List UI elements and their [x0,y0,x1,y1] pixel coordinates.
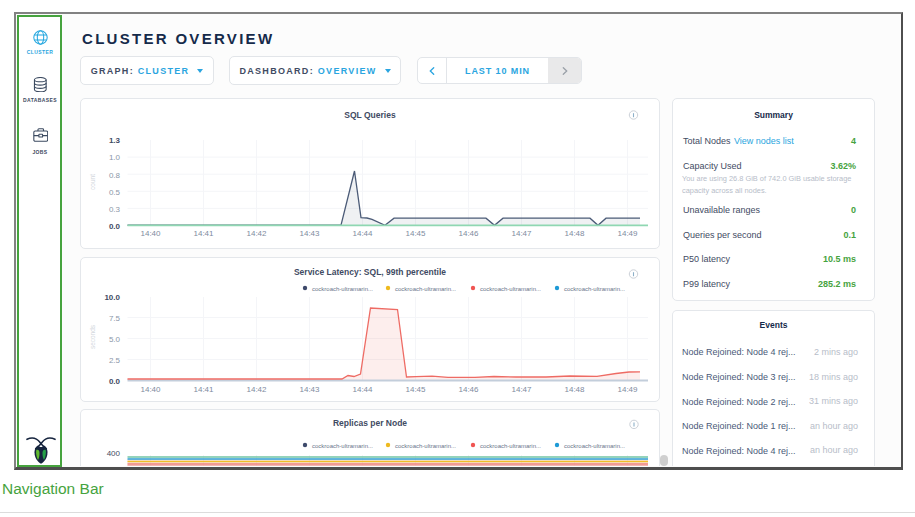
svg-text:0.0: 0.0 [109,222,121,231]
svg-text:10.0: 10.0 [104,293,120,302]
svg-text:0.0: 0.0 [109,377,121,386]
svg-text:14:41: 14:41 [193,229,214,238]
svg-text:14:42: 14:42 [246,229,267,238]
svg-text:0.5: 0.5 [109,188,121,197]
svg-text:0.3: 0.3 [109,205,121,214]
svg-text:1.0: 1.0 [109,153,121,162]
svg-text:cockroach-ultramarin...: cockroach-ultramarin... [480,443,541,449]
svg-text:14:43: 14:43 [299,229,320,238]
svg-text:14:49: 14:49 [617,229,638,238]
svg-text:14:42: 14:42 [246,385,267,394]
svg-text:14:44: 14:44 [352,385,373,394]
svg-text:7.5: 7.5 [109,314,121,323]
svg-text:1.3: 1.3 [109,136,121,145]
svg-text:0.8: 0.8 [109,171,121,180]
svg-text:14:40: 14:40 [140,229,161,238]
svg-text:14:45: 14:45 [405,229,426,238]
svg-text:cockroach-ultramarin...: cockroach-ultramarin... [312,443,373,449]
svg-text:cockroach-ultramarin...: cockroach-ultramarin... [395,443,456,449]
svg-text:cockroach-ultramarin...: cockroach-ultramarin... [312,286,373,292]
svg-text:cockroach-ultramarin...: cockroach-ultramarin... [395,286,456,292]
svg-text:cockroach-ultramarin...: cockroach-ultramarin... [564,443,625,449]
svg-text:400: 400 [107,449,121,458]
svg-text:Service Latency: SQL, 99th per: Service Latency: SQL, 99th percentile [294,267,446,277]
svg-text:cockroach-ultramarin...: cockroach-ultramarin... [564,286,625,292]
svg-text:SQL Queries: SQL Queries [344,110,396,120]
svg-text:14:49: 14:49 [617,385,638,394]
svg-text:14:47: 14:47 [511,385,532,394]
svg-text:14:48: 14:48 [564,385,585,394]
svg-text:14:46: 14:46 [458,385,479,394]
svg-text:14:41: 14:41 [193,385,214,394]
svg-text:cockroach-ultramarin...: cockroach-ultramarin... [480,286,541,292]
svg-text:14:46: 14:46 [458,229,479,238]
svg-text:14:43: 14:43 [299,385,320,394]
svg-text:14:47: 14:47 [511,229,532,238]
svg-text:count: count [89,174,96,190]
svg-text:2.5: 2.5 [109,356,121,365]
svg-text:14:44: 14:44 [352,229,373,238]
svg-text:14:45: 14:45 [405,385,426,394]
svg-text:14:40: 14:40 [140,385,161,394]
svg-text:5.0: 5.0 [109,335,121,344]
svg-text:Replicas per Node: Replicas per Node [333,418,407,428]
svg-text:seconds: seconds [89,324,96,349]
svg-text:14:48: 14:48 [564,229,585,238]
